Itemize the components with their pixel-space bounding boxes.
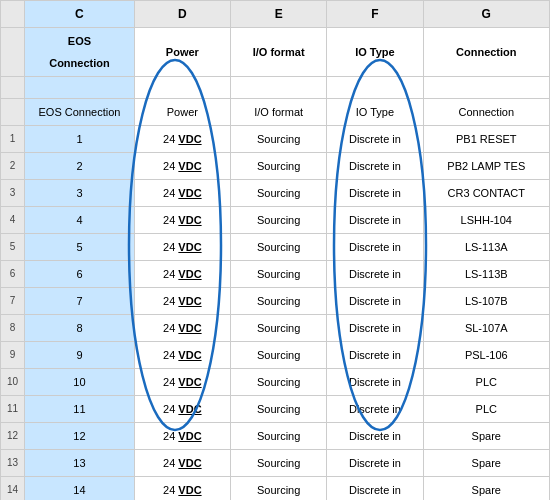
cell-io-type: Discrete in [327, 450, 423, 477]
cell-io-type [327, 77, 423, 99]
table-row: 1124 VDCSourcingDiscrete inPB1 RESET [1, 126, 550, 153]
cell-rownum: 5 [1, 234, 25, 261]
cell-c: 5 [25, 234, 134, 261]
cell-io-type: IO Type [327, 99, 423, 126]
cell-connection: Spare [423, 423, 549, 450]
cell-power: 24 VDC [134, 423, 230, 450]
cell-io-format: Sourcing [230, 126, 326, 153]
cell-connection: LS-113B [423, 261, 549, 288]
cell-connection: SL-107A [423, 315, 549, 342]
col-header-d: D [134, 1, 230, 28]
cell-c: 3 [25, 180, 134, 207]
cell-io-type: Discrete in [327, 234, 423, 261]
cell-rownum [1, 99, 25, 126]
cell-io-format: Sourcing [230, 288, 326, 315]
table-row [1, 77, 550, 99]
cell-rownum: 7 [1, 288, 25, 315]
cell-connection: Spare [423, 477, 549, 501]
table-row: 9924 VDCSourcingDiscrete inPSL-106 [1, 342, 550, 369]
cell-io-format: Sourcing [230, 153, 326, 180]
sub-header-f: IO Type [327, 28, 423, 77]
cell-c: EOS Connection [25, 99, 134, 126]
cell-power: 24 VDC [134, 315, 230, 342]
cell-connection: Connection [423, 99, 549, 126]
cell-power: 24 VDC [134, 234, 230, 261]
cell-connection [423, 77, 549, 99]
cell-rownum: 6 [1, 261, 25, 288]
cell-io-format [230, 77, 326, 99]
cell-io-type: Discrete in [327, 369, 423, 396]
cell-io-type: Discrete in [327, 126, 423, 153]
sub-header-g: Connection [423, 28, 549, 77]
table-row: 131324 VDCSourcingDiscrete inSpare [1, 450, 550, 477]
cell-c [25, 77, 134, 99]
table-row: 7724 VDCSourcingDiscrete inLS-107B [1, 288, 550, 315]
col-header-rownum [1, 1, 25, 28]
cell-io-format: Sourcing [230, 207, 326, 234]
sub-header-c: EOSConnection [25, 28, 134, 77]
cell-rownum: 10 [1, 369, 25, 396]
cell-c: 12 [25, 423, 134, 450]
cell-rownum: 12 [1, 423, 25, 450]
table-row: 4424 VDCSourcingDiscrete inLSHH-104 [1, 207, 550, 234]
cell-io-format: Sourcing [230, 423, 326, 450]
cell-power: 24 VDC [134, 153, 230, 180]
cell-c: 13 [25, 450, 134, 477]
cell-power [134, 77, 230, 99]
cell-power: 24 VDC [134, 477, 230, 501]
cell-io-type: Discrete in [327, 261, 423, 288]
cell-connection: Spare [423, 450, 549, 477]
col-header-f: F [327, 1, 423, 28]
table-row: 8824 VDCSourcingDiscrete inSL-107A [1, 315, 550, 342]
cell-io-format: Sourcing [230, 261, 326, 288]
cell-io-type: Discrete in [327, 315, 423, 342]
cell-rownum: 1 [1, 126, 25, 153]
cell-connection: PLC [423, 396, 549, 423]
cell-io-format: Sourcing [230, 315, 326, 342]
cell-power: 24 VDC [134, 342, 230, 369]
cell-c: 9 [25, 342, 134, 369]
table-row: 101024 VDCSourcingDiscrete inPLC [1, 369, 550, 396]
cell-c: 7 [25, 288, 134, 315]
cell-rownum: 11 [1, 396, 25, 423]
table-row: 6624 VDCSourcingDiscrete inLS-113B [1, 261, 550, 288]
cell-c: 6 [25, 261, 134, 288]
col-header-e: E [230, 1, 326, 28]
cell-connection: PB2 LAMP TES [423, 153, 549, 180]
cell-connection: PB1 RESET [423, 126, 549, 153]
cell-c: 2 [25, 153, 134, 180]
cell-io-format: Sourcing [230, 342, 326, 369]
cell-power: 24 VDC [134, 180, 230, 207]
cell-io-type: Discrete in [327, 153, 423, 180]
spreadsheet-table: C D E F G EOSConnection Power I/O format… [0, 0, 550, 500]
cell-io-format: Sourcing [230, 369, 326, 396]
table-row: 111124 VDCSourcingDiscrete inPLC [1, 396, 550, 423]
cell-io-type: Discrete in [327, 477, 423, 501]
cell-io-format: I/O format [230, 99, 326, 126]
cell-rownum [1, 77, 25, 99]
cell-rownum: 14 [1, 477, 25, 501]
cell-power: Power [134, 99, 230, 126]
cell-connection: LS-113A [423, 234, 549, 261]
col-header-c: C [25, 1, 134, 28]
cell-io-type: Discrete in [327, 423, 423, 450]
cell-rownum: 8 [1, 315, 25, 342]
cell-c: 14 [25, 477, 134, 501]
cell-io-format: Sourcing [230, 180, 326, 207]
table-row: 2224 VDCSourcingDiscrete inPB2 LAMP TES [1, 153, 550, 180]
cell-connection: PLC [423, 369, 549, 396]
table-row: 121224 VDCSourcingDiscrete inSpare [1, 423, 550, 450]
cell-connection: PSL-106 [423, 342, 549, 369]
cell-io-type: Discrete in [327, 342, 423, 369]
cell-connection: LS-107B [423, 288, 549, 315]
cell-c: 8 [25, 315, 134, 342]
cell-c: 10 [25, 369, 134, 396]
cell-rownum: 2 [1, 153, 25, 180]
cell-connection: LSHH-104 [423, 207, 549, 234]
cell-io-type: Discrete in [327, 288, 423, 315]
sub-header-rownum [1, 28, 25, 77]
cell-c: 4 [25, 207, 134, 234]
cell-connection: CR3 CONTACT [423, 180, 549, 207]
cell-power: 24 VDC [134, 369, 230, 396]
cell-io-type: Discrete in [327, 207, 423, 234]
